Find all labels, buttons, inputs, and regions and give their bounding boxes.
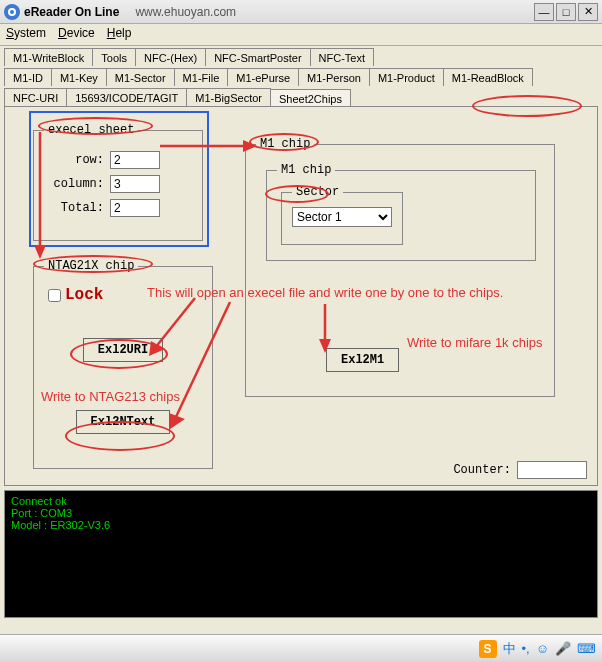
- tab-m1-person[interactable]: M1-Person: [298, 68, 370, 86]
- counter-area: Counter:: [453, 461, 587, 479]
- tab-tools[interactable]: Tools: [92, 48, 136, 66]
- tab-m1-file[interactable]: M1-File: [174, 68, 229, 86]
- taskbar: S 中 •, ☺ 🎤 ⌨: [0, 634, 602, 662]
- menu-system[interactable]: System: [6, 26, 46, 43]
- row-input[interactable]: [110, 151, 160, 169]
- excel-legend: execel sheet: [44, 123, 138, 137]
- tray-emoji-icon[interactable]: ☺: [536, 641, 549, 656]
- tab-m1-readblock[interactable]: M1-ReadBlock: [443, 68, 533, 86]
- ntag-legend: NTAG21X chip: [44, 259, 138, 273]
- total-input[interactable]: [110, 199, 160, 217]
- console-line: Connect ok: [11, 495, 591, 507]
- exl2m1-button[interactable]: Exl2M1: [326, 348, 399, 372]
- column-input[interactable]: [110, 175, 160, 193]
- menu-device[interactable]: Device: [58, 26, 95, 43]
- tab-m1-bigsector[interactable]: M1-BigSector: [186, 88, 271, 106]
- tray-keyboard-icon[interactable]: ⌨: [577, 641, 596, 656]
- svg-marker-2: [34, 245, 46, 259]
- maximize-button[interactable]: □: [556, 3, 576, 21]
- tab-content: execel sheet row: column: Total: NTAG21X…: [4, 106, 598, 486]
- tab-15693-icode-tagit[interactable]: 15693/ICODE/TAGIT: [66, 88, 187, 106]
- total-label: Total:: [44, 201, 104, 215]
- window-title: eReader On Line: [24, 5, 119, 19]
- console-line: Model : ER302-V3.6: [11, 519, 591, 531]
- tab-m1-writeblock[interactable]: M1-WriteBlock: [4, 48, 93, 66]
- console: Connect ok Port : COM3 Model : ER302-V3.…: [4, 490, 598, 618]
- sogou-icon[interactable]: S: [479, 640, 497, 658]
- tab-m1-epurse[interactable]: M1-ePurse: [227, 68, 299, 86]
- tab-nfc-smartposter[interactable]: NFC-SmartPoster: [205, 48, 310, 66]
- svg-point-1: [10, 10, 14, 14]
- m1-legend: M1 chip: [256, 137, 314, 151]
- window-buttons: — □ ✕: [534, 3, 598, 21]
- title-bar: eReader On Line www.ehuoyan.com — □ ✕: [0, 0, 602, 24]
- counter-label: Counter:: [453, 463, 511, 477]
- m1-inner-legend: M1 chip: [277, 163, 335, 177]
- ntag-group: NTAG21X chip Lock Exl2URI Exl2NText: [33, 259, 213, 469]
- app-icon: [4, 4, 20, 20]
- tab-m1-key[interactable]: M1-Key: [51, 68, 107, 86]
- tab-nfc-text[interactable]: NFC-Text: [310, 48, 374, 66]
- tab-sheet2chips[interactable]: Sheet2Chips: [270, 89, 351, 107]
- minimize-button[interactable]: —: [534, 3, 554, 21]
- excel-sheet-group: execel sheet row: column: Total:: [33, 123, 203, 241]
- lock-checkbox[interactable]: [48, 289, 61, 302]
- m1-inner-group: M1 chip Sector Sector 1: [266, 163, 536, 261]
- column-label: column:: [44, 177, 104, 191]
- console-line: Port : COM3: [11, 507, 591, 519]
- tab-m1-id[interactable]: M1-ID: [4, 68, 52, 86]
- lock-label: Lock: [65, 286, 103, 304]
- tab-nfc-hex-[interactable]: NFC-(Hex): [135, 48, 206, 66]
- window-url: www.ehuoyan.com: [135, 5, 236, 19]
- tray-ime-icon[interactable]: 中: [503, 640, 516, 658]
- sector-legend: Sector: [292, 185, 343, 199]
- tray-mic-icon[interactable]: 🎤: [555, 641, 571, 656]
- sector-select[interactable]: Sector 1: [292, 207, 392, 227]
- sector-group: Sector Sector 1: [281, 185, 403, 245]
- menu-help[interactable]: Help: [107, 26, 132, 43]
- tab-nfc-uri[interactable]: NFC-URI: [4, 88, 67, 106]
- exl2uri-button[interactable]: Exl2URI: [83, 338, 163, 362]
- close-button[interactable]: ✕: [578, 3, 598, 21]
- tab-m1-sector[interactable]: M1-Sector: [106, 68, 175, 86]
- row-label: row:: [44, 153, 104, 167]
- tab-strip: M1-WriteBlockToolsNFC-(Hex)NFC-SmartPost…: [0, 46, 602, 106]
- exl2ntext-button[interactable]: Exl2NText: [76, 410, 171, 434]
- tray-punct-icon[interactable]: •,: [522, 641, 530, 656]
- counter-input[interactable]: [517, 461, 587, 479]
- system-tray: S 中 •, ☺ 🎤 ⌨: [479, 640, 596, 658]
- m1-group: M1 chip M1 chip Sector Sector 1 Exl2M1: [245, 137, 555, 397]
- menu-bar: System Device Help: [0, 24, 602, 46]
- tab-m1-product[interactable]: M1-Product: [369, 68, 444, 86]
